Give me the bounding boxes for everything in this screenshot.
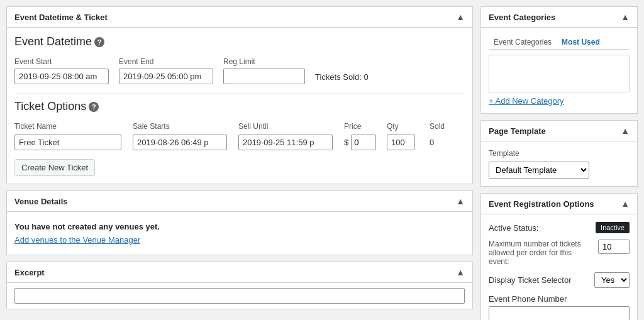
datetime-ticket-title: Event Datetime & Ticket <box>14 13 108 22</box>
datetime-ticket-header: Event Datetime & Ticket ▲ <box>7 7 472 28</box>
qty-input[interactable] <box>387 135 415 150</box>
active-status-label: Active Status: <box>489 223 538 233</box>
price-cell: $ <box>344 135 382 150</box>
tab-most-used[interactable]: Most Used <box>557 35 605 49</box>
max-tickets-row: Maximum number of tickets allowed per or… <box>489 240 630 266</box>
event-registration-title: Event Registration Options <box>489 199 594 209</box>
excerpt-panel: Excerpt ▲ <box>6 262 473 309</box>
event-registration-body: Active Status: Inactive Maximum number o… <box>481 214 637 320</box>
excerpt-header: Excerpt ▲ <box>7 262 472 283</box>
categories-list <box>489 55 630 92</box>
excerpt-body <box>7 283 472 309</box>
reg-limit-input[interactable] <box>223 69 305 84</box>
col-sold: Sold <box>430 122 461 131</box>
datetime-row: Event Start Event End Reg Limit Tickets … <box>14 57 465 84</box>
venue-details-header: Venue Details ▲ <box>7 191 472 212</box>
col-sale-starts: Sale Starts <box>133 122 233 131</box>
event-registration-header: Event Registration Options ▲ <box>481 194 637 214</box>
event-start-label: Event Start <box>14 57 109 66</box>
event-phone-group: Event Phone Number <box>489 294 630 320</box>
venue-manager-link[interactable]: Add venues to the Venue Manager <box>14 235 140 245</box>
event-end-label: Event End <box>119 57 213 66</box>
page-template-toggle[interactable]: ▲ <box>621 126 630 136</box>
reg-limit-group: Reg Limit <box>223 57 305 84</box>
ticket-options-header: Ticket Name Sale Starts Sell Until Price… <box>14 122 465 131</box>
venue-details-panel: Venue Details ▲ You have not created any… <box>6 190 473 255</box>
event-categories-panel: Event Categories ▲ Event Categories Most… <box>480 6 638 114</box>
price-symbol: $ <box>344 138 348 147</box>
venue-details-toggle[interactable]: ▲ <box>456 196 465 206</box>
active-status-badge: Inactive <box>596 222 630 233</box>
create-new-ticket-button[interactable]: Create New Ticket <box>14 159 95 176</box>
active-status-row: Active Status: Inactive <box>489 222 630 233</box>
sale-starts-input[interactable] <box>133 135 227 150</box>
event-end-group: Event End <box>119 57 213 84</box>
datetime-help-icon[interactable]: ? <box>94 37 104 47</box>
add-new-category-link[interactable]: + Add New Category <box>489 96 564 106</box>
page-template-title: Page Template <box>489 126 546 136</box>
event-registration-panel: Event Registration Options ▲ Active Stat… <box>480 193 638 320</box>
event-end-input[interactable] <box>119 69 213 84</box>
tickets-sold-label: Tickets Sold: 0 <box>315 72 369 84</box>
event-registration-toggle[interactable]: ▲ <box>621 199 630 209</box>
sold-value: 0 <box>430 138 461 147</box>
display-ticket-label: Display Ticket Selector <box>489 275 572 285</box>
sell-until-input[interactable] <box>238 135 333 150</box>
event-categories-header: Event Categories ▲ <box>481 7 637 28</box>
page-template-body: Template Default Template <box>481 141 637 186</box>
sidebar-column: Event Categories ▲ Event Categories Most… <box>480 6 638 320</box>
template-select[interactable]: Default Template <box>489 162 589 179</box>
main-column: Event Datetime & Ticket ▲ Event Datetime… <box>6 6 473 320</box>
display-ticket-select[interactable]: Yes <box>594 272 630 288</box>
categories-tabs: Event Categories Most Used <box>489 35 630 50</box>
col-qty: Qty <box>387 122 425 131</box>
ticket-name-input[interactable] <box>14 135 121 150</box>
max-tickets-input[interactable] <box>598 240 630 254</box>
excerpt-title: Excerpt <box>14 268 45 277</box>
event-categories-title: Event Categories <box>489 13 555 22</box>
reg-limit-label: Reg Limit <box>223 57 305 66</box>
datetime-ticket-toggle[interactable]: ▲ <box>456 12 465 22</box>
datetime-ticket-panel: Event Datetime & Ticket ▲ Event Datetime… <box>6 6 473 184</box>
event-start-input[interactable] <box>14 69 109 84</box>
excerpt-toggle[interactable]: ▲ <box>456 267 465 277</box>
max-tickets-label: Maximum number of tickets allowed per or… <box>489 240 593 266</box>
page-template-header: Page Template ▲ <box>481 121 637 141</box>
venue-empty-text: You have not created any venues yet. <box>14 222 465 231</box>
event-start-group: Event Start <box>14 57 109 84</box>
venue-details-body: You have not created any venues yet. Add… <box>7 212 472 255</box>
venue-details-title: Venue Details <box>14 197 68 206</box>
ticket-options-help-icon[interactable]: ? <box>89 102 99 112</box>
display-ticket-row: Display Ticket Selector Yes <box>489 272 630 288</box>
event-phone-label: Event Phone Number <box>489 294 630 304</box>
ticket-options-section-title: Ticket Options ? <box>14 100 465 113</box>
ticket-row: $ 0 <box>14 135 465 150</box>
datetime-ticket-body: Event Datetime ? Event Start Event End R… <box>7 28 472 184</box>
page-template-panel: Page Template ▲ Template Default Templat… <box>480 120 638 187</box>
divider <box>14 93 465 94</box>
template-label: Template <box>489 149 630 158</box>
price-input[interactable] <box>351 135 376 150</box>
tab-event-categories[interactable]: Event Categories <box>489 35 557 49</box>
event-categories-body: Event Categories Most Used + Add New Cat… <box>481 28 637 113</box>
excerpt-input[interactable] <box>14 288 465 304</box>
event-phone-input[interactable] <box>489 306 630 320</box>
col-sell-until: Sell Until <box>238 122 339 131</box>
event-categories-toggle[interactable]: ▲ <box>621 12 630 22</box>
col-ticket-name: Ticket Name <box>14 122 128 131</box>
col-price: Price <box>344 122 382 131</box>
datetime-section-title: Event Datetime ? <box>14 35 465 48</box>
